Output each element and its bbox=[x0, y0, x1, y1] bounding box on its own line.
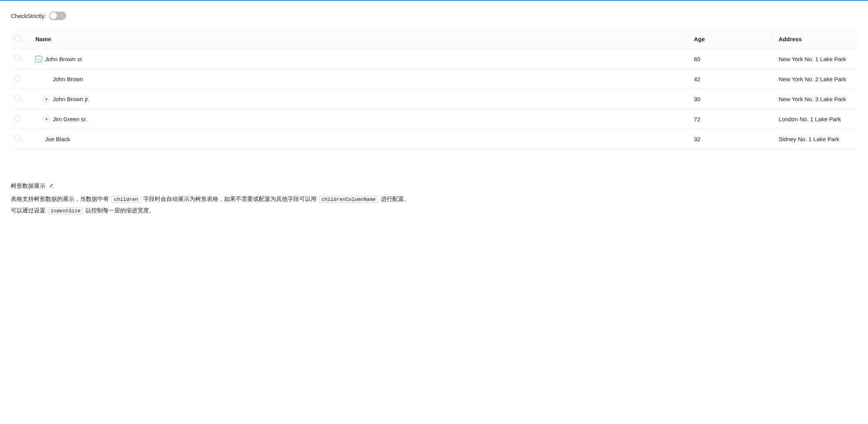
row-checkbox[interactable] bbox=[15, 115, 21, 122]
table-row: −John Brown sr.60New York No. 1 Lake Par… bbox=[11, 49, 857, 69]
doc-paragraph-1: 表格支持树形数据的展示，当数据中有 children 字段时会自动展示为树形表格… bbox=[11, 193, 857, 205]
row-name-text: Joe Black bbox=[45, 136, 70, 142]
cell-age: 60 bbox=[688, 49, 772, 69]
tree-table: Name Age Address −John Brown sr.60New Yo… bbox=[11, 29, 857, 149]
cell-address: New York No. 3 Lake Park bbox=[772, 89, 857, 109]
doc-section: 树形数据展示 表格支持树形数据的展示，当数据中有 children 字段时会自动… bbox=[0, 180, 868, 227]
row-checkbox[interactable] bbox=[15, 75, 21, 82]
header-checkbox-cell bbox=[11, 29, 29, 49]
code-indentSize: indentSize bbox=[48, 207, 83, 215]
cell-address: Sidney No. 1 Lake Park bbox=[772, 129, 857, 149]
cell-name: Joe Black bbox=[29, 129, 688, 149]
cell-age: 42 bbox=[688, 69, 772, 89]
row-checkbox[interactable] bbox=[15, 95, 21, 102]
edit-icon[interactable] bbox=[49, 183, 54, 189]
cell-address: New York No. 2 Lake Park bbox=[772, 69, 857, 89]
row-checkbox[interactable] bbox=[15, 55, 21, 62]
cell-age: 72 bbox=[688, 109, 772, 129]
header-age[interactable]: Age bbox=[688, 29, 772, 49]
table-row: +John Brown jr.30New York No. 3 Lake Par… bbox=[11, 89, 857, 109]
code-children: children bbox=[111, 196, 141, 203]
cell-address: London No. 1 Lake Park bbox=[772, 109, 857, 129]
row-name-text: John Brown bbox=[53, 76, 83, 82]
select-all-checkbox[interactable] bbox=[15, 35, 21, 42]
cell-age: 30 bbox=[688, 89, 772, 109]
header-name[interactable]: Name bbox=[29, 29, 688, 49]
expand-icon[interactable]: + bbox=[43, 96, 50, 102]
cell-name: +Jim Green sr. bbox=[29, 109, 688, 129]
row-name-text: Jim Green sr. bbox=[53, 116, 87, 122]
cell-address: New York No. 1 Lake Park bbox=[772, 49, 857, 69]
doc-paragraph-2: 可以通过设置 indentSize 以控制每一层的缩进宽度。 bbox=[11, 205, 857, 216]
check-strictly-label: CheckStrictly: bbox=[11, 13, 46, 19]
table-row: John Brown42New York No. 2 Lake Park bbox=[11, 69, 857, 89]
header-address[interactable]: Address bbox=[772, 29, 857, 49]
check-strictly-switch[interactable] bbox=[49, 12, 66, 20]
cell-name: +John Brown jr. bbox=[29, 89, 688, 109]
row-checkbox[interactable] bbox=[15, 135, 21, 142]
row-name-text: John Brown sr. bbox=[45, 56, 83, 62]
cell-name: John Brown bbox=[29, 69, 688, 89]
table-row: Joe Black32Sidney No. 1 Lake Park bbox=[11, 129, 857, 149]
switch-handle bbox=[50, 12, 57, 19]
doc-title: 树形数据展示 bbox=[11, 180, 45, 192]
table-row: +Jim Green sr.72London No. 1 Lake Park bbox=[11, 109, 857, 129]
collapse-icon[interactable]: − bbox=[35, 56, 42, 62]
row-name-text: John Brown jr. bbox=[53, 96, 89, 102]
cell-name: −John Brown sr. bbox=[29, 49, 688, 69]
code-childrenColumnName: childrenColumnName bbox=[319, 196, 378, 203]
cell-age: 32 bbox=[688, 129, 772, 149]
expand-icon[interactable]: + bbox=[43, 116, 50, 122]
